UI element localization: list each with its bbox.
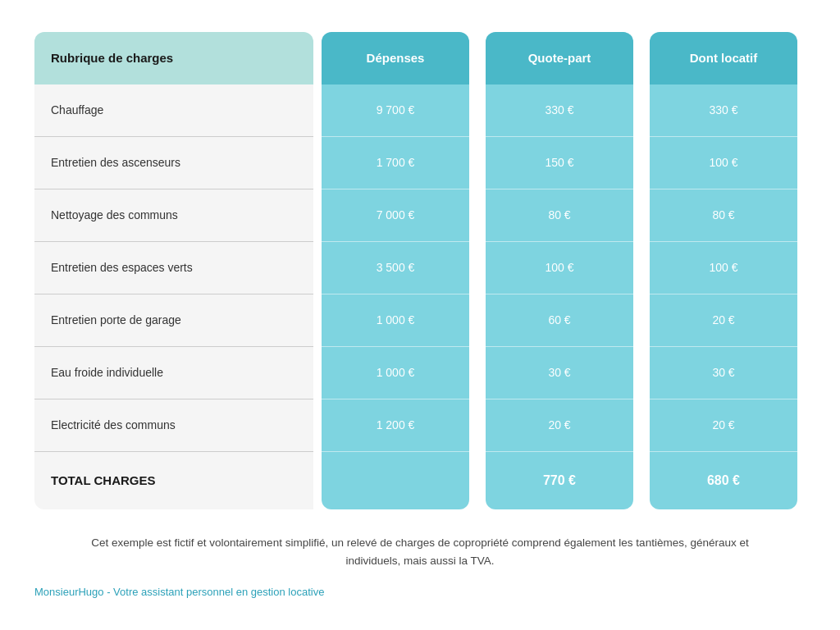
depenses-cell: 1 200 € [322, 399, 469, 452]
locatif-body: 330 €100 €80 €100 €20 €30 €20 € 680 € [650, 84, 797, 509]
depenses-total-cell [322, 452, 469, 509]
col-rubrique-title: Rubrique de charges [51, 51, 173, 65]
depenses-cell: 9 700 € [322, 84, 469, 137]
footnote-text: Cet exemple est fictif et volontairement… [91, 536, 748, 567]
footnote: Cet exemple est fictif et volontairement… [34, 534, 806, 569]
rubrique-cell: Entretien des espaces verts [34, 242, 313, 294]
locatif-cells: 330 €100 €80 €100 €20 €30 €20 € [650, 84, 797, 452]
col-locatif-title: Dont locatif [690, 51, 758, 65]
quote-part-body: 330 €150 €80 €100 €60 €30 €20 € 770 € [486, 84, 633, 509]
quotepart-cell: 330 € [486, 84, 633, 137]
depenses-cell: 1 000 € [322, 347, 469, 399]
locatif-total-cell: 680 € [650, 452, 797, 509]
col-depenses-header: Dépenses [322, 32, 469, 84]
locatif-cell: 100 € [650, 137, 797, 189]
rubrique-cell: Nettoyage des communs [34, 189, 313, 242]
depenses-cell: 7 000 € [322, 189, 469, 242]
depenses-cell: 3 500 € [322, 242, 469, 294]
locatif-cell: 80 € [650, 189, 797, 242]
col-locatif-header: Dont locatif [650, 32, 797, 84]
locatif-cell: 330 € [650, 84, 797, 137]
rubrique-total-cell: TOTAL CHARGES [34, 452, 313, 509]
main-container: Rubrique de charges ChauffageEntretien d… [18, 16, 822, 614]
depenses-cell: 1 000 € [322, 294, 469, 347]
rubrique-cell: Eau froide individuelle [34, 347, 313, 399]
locatif-cell: 20 € [650, 399, 797, 452]
quotepart-cell: 60 € [486, 294, 633, 347]
quotepart-cell: 80 € [486, 189, 633, 242]
quotepart-cell: 30 € [486, 347, 633, 399]
col-depenses-title: Dépenses [367, 51, 425, 65]
locatif-cell: 30 € [650, 347, 797, 399]
quote-part-total-cell: 770 € [486, 452, 633, 509]
rubrique-cell: Entretien porte de garage [34, 294, 313, 347]
locatif-total-value: 680 € [707, 473, 740, 488]
quotepart-cells: 330 €150 €80 €100 €60 €30 €20 € [486, 84, 633, 452]
rubrique-cell: Electricité des communs [34, 399, 313, 452]
col-locatif: Dont locatif 330 €100 €80 €100 €20 €30 €… [650, 32, 797, 509]
depenses-cells: 9 700 €1 700 €7 000 €3 500 €1 000 €1 000… [322, 84, 469, 452]
col-rubrique-header: Rubrique de charges [34, 32, 313, 84]
footer-link-text[interactable]: MonsieurHugo - Votre assistant personnel… [34, 586, 324, 598]
depenses-body: 9 700 €1 700 €7 000 €3 500 €1 000 €1 000… [322, 84, 469, 509]
col-rubrique: Rubrique de charges ChauffageEntretien d… [34, 32, 313, 509]
rubrique-cell: Chauffage [34, 84, 313, 137]
locatif-cell: 100 € [650, 242, 797, 294]
depenses-cell: 1 700 € [322, 137, 469, 189]
quote-part-total-value: 770 € [543, 473, 576, 488]
col-depenses: Dépenses 9 700 €1 700 €7 000 €3 500 €1 0… [322, 32, 469, 509]
locatif-cell: 20 € [650, 294, 797, 347]
rubrique-cell: Entretien des ascenseurs [34, 137, 313, 189]
charges-table: Rubrique de charges ChauffageEntretien d… [34, 32, 806, 509]
quotepart-cell: 100 € [486, 242, 633, 294]
col-quote-part: Quote-part 330 €150 €80 €100 €60 €30 €20… [486, 32, 633, 509]
footer-link[interactable]: MonsieurHugo - Votre assistant personnel… [34, 586, 806, 598]
total-label: TOTAL CHARGES [51, 473, 156, 487]
col-quote-part-title: Quote-part [528, 51, 591, 65]
rubrique-cells: ChauffageEntretien des ascenseursNettoya… [34, 84, 313, 452]
quotepart-cell: 20 € [486, 399, 633, 452]
quotepart-cell: 150 € [486, 137, 633, 189]
col-quote-part-header: Quote-part [486, 32, 633, 84]
